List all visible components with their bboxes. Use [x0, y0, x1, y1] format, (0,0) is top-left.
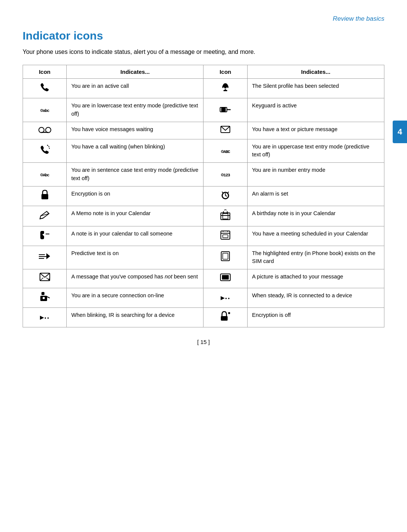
svg-rect-9 [41, 194, 48, 199]
svg-rect-3 [221, 108, 226, 112]
tab-marker: 4 [393, 121, 407, 143]
indicates-left-7: A note is in your calendar to call someo… [67, 226, 204, 246]
indicates-left-8: Predictive text is on [67, 246, 204, 269]
page-description: Your phone uses icons to indicate status… [23, 47, 384, 57]
svg-rect-34 [223, 253, 228, 259]
icon-left-11: ▶•• [23, 308, 67, 327]
indicates-right-10: When steady, IR is connected to a device [247, 288, 384, 308]
indicates-right-6: A birthday note is in your Calendar [247, 206, 384, 226]
icon-right-4: ⚙123 [204, 163, 247, 187]
indicates-left-6: A Memo note is in your Calendar [67, 206, 204, 226]
icon-left-9 [23, 269, 67, 288]
icon-right-10: ▶•• [204, 288, 247, 308]
icon-left-10 [23, 288, 67, 308]
indicates-left-0: You are in an active call [67, 79, 204, 98]
col-icon-2-header: Icon [204, 65, 247, 79]
col-icon-1-header: Icon [23, 65, 67, 79]
icon-right-9 [204, 269, 247, 288]
indicates-left-10: You are in a secure connection on-line [67, 288, 204, 308]
indicates-left-9: A message that you've composed has not b… [67, 269, 204, 288]
page-title: Indicator icons [23, 29, 384, 42]
icon-left-4: ⚙Abc [23, 163, 67, 187]
indicates-right-8: The highlighted entry (in Phone book) ex… [247, 246, 384, 269]
icon-left-7 [23, 226, 67, 246]
icon-right-7 [204, 226, 247, 246]
icon-left-1: ⚙abc [23, 98, 67, 122]
page-number: [ 15 ] [23, 339, 384, 345]
svg-line-14 [222, 192, 223, 193]
icon-right-0 [204, 79, 247, 98]
indicates-right-4: You are in number entry mode [247, 163, 384, 187]
svg-point-6 [46, 127, 51, 133]
indicates-right-2: You have a text or picture message [247, 122, 384, 139]
review-basics-label: Review the basics [23, 15, 384, 23]
icon-right-11 [204, 308, 247, 327]
svg-rect-27 [223, 235, 228, 238]
svg-rect-44 [221, 316, 228, 321]
indicates-right-5: An alarm is set [247, 186, 384, 206]
svg-rect-20 [223, 214, 228, 219]
icon-left-8 [23, 246, 67, 269]
svg-line-43 [47, 297, 50, 298]
icon-left-6 [23, 206, 67, 226]
icon-right-6 [204, 206, 247, 226]
indicates-left-1: You are in lowercase text entry mode (pr… [67, 98, 204, 122]
svg-rect-40 [222, 275, 229, 280]
indicates-right-7: You have a meeting scheduled in your Cal… [247, 226, 384, 246]
indicates-right-1: Keyguard is active [247, 98, 384, 122]
icon-right-1 [204, 98, 247, 122]
svg-rect-1 [225, 89, 226, 90]
col-indicates-1-header: Indicates... [67, 65, 204, 79]
svg-point-42 [43, 297, 45, 299]
indicates-left-11: When blinking, IR is searching for a dev… [67, 308, 204, 327]
indicates-right-3: You are in uppercase text entry mode (pr… [247, 139, 384, 163]
icon-right-8 [204, 246, 247, 269]
col-indicates-2-header: Indicates... [247, 65, 384, 79]
indicates-right-11: Encryption is off [247, 308, 384, 327]
icon-left-5 [23, 186, 67, 206]
svg-point-5 [39, 127, 44, 133]
indicator-icons-table: Icon Indicates... Icon Indicates... You … [23, 65, 384, 327]
icon-left-2 [23, 122, 67, 139]
icon-right-2 [204, 122, 247, 139]
indicates-left-5: Encryption is on [67, 186, 204, 206]
svg-line-36 [40, 278, 43, 281]
indicates-left-3: You have a call waiting (when blinking) [67, 139, 204, 163]
svg-line-15 [227, 192, 229, 193]
icon-left-0 [23, 79, 67, 98]
icon-right-3: ⚙ABC [204, 139, 247, 163]
indicates-left-4: You are in sentence case text entry mode… [67, 163, 204, 187]
icon-right-5 [204, 186, 247, 206]
indicates-right-9: A picture is attached to your message [247, 269, 384, 288]
icon-left-3 [23, 139, 67, 163]
svg-rect-7 [41, 132, 48, 133]
indicates-right-0: The Silent profile has been selected [247, 79, 384, 98]
indicates-left-2: You have voice messages waiting [67, 122, 204, 139]
